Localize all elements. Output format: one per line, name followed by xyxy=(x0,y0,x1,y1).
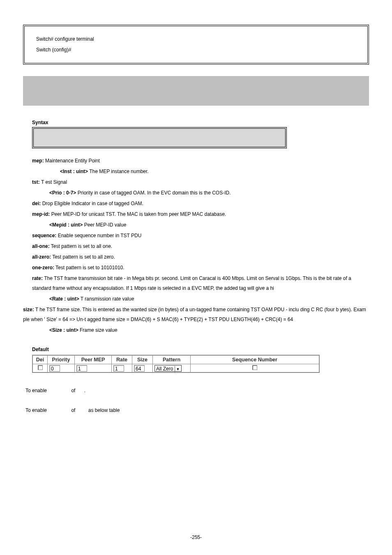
th-pattern: Pattern xyxy=(153,355,191,364)
usage-text: as below table xyxy=(88,407,120,413)
param-desc: Peer MEP-ID for unicast TST. The MAC is … xyxy=(50,211,226,217)
param-label: tst: xyxy=(32,179,41,185)
param-label: <Mepid : uint> xyxy=(49,222,83,228)
param-label: mep: xyxy=(32,158,44,164)
param-label: size: xyxy=(23,307,34,312)
table-row: 0 1 1 64 All Zero▼ xyxy=(33,364,319,372)
syntax-box xyxy=(32,127,287,148)
mode-text: . xyxy=(84,388,85,393)
rate-input: 1 xyxy=(113,365,124,372)
size-input: 64 xyxy=(134,365,145,372)
th-size: Size xyxy=(132,355,153,364)
param-desc: Test pattern is set to all zero. xyxy=(51,254,115,260)
param-desc: Frame size value xyxy=(78,327,118,333)
param-desc: T est Signal xyxy=(41,179,67,185)
param-label: rate: xyxy=(32,275,43,281)
pattern-select: All Zero▼ xyxy=(154,365,182,372)
seq-checkbox xyxy=(252,365,257,370)
usage-text: of xyxy=(71,407,76,413)
param-label: <Size : uint> xyxy=(49,327,78,333)
code-line: Switch# configure terminal xyxy=(36,34,356,44)
dei-checkbox xyxy=(38,365,43,370)
param-desc: Test pattern is set to 10101010. xyxy=(54,265,125,271)
param-label: sequence: xyxy=(32,233,56,238)
section-header-bar xyxy=(23,76,369,106)
param-desc: The TST frame transmission bit rate - in… xyxy=(32,275,351,291)
param-desc: Maintenance Entity Point xyxy=(44,158,100,164)
param-desc: Drop Eligible Indicator in case of tagge… xyxy=(41,201,143,206)
param-desc: T he TST frame size. This is entered as … xyxy=(23,307,366,322)
param-label: <Prio : 0-7> xyxy=(49,190,76,196)
code-line: Switch (config)# xyxy=(36,44,356,55)
priority-input: 0 xyxy=(49,365,60,372)
th-peer-mep: Peer MEP xyxy=(75,355,112,364)
param-desc: T ransmission rate value xyxy=(79,296,134,302)
syntax-heading: Syntax xyxy=(32,120,369,125)
param-label: all-one: xyxy=(32,243,50,249)
mode-text: of xyxy=(71,388,76,393)
param-desc: Enable sequence number in TST PDU xyxy=(56,233,141,238)
pattern-value: All Zero xyxy=(156,366,173,372)
param-desc: Test pattern is set to all one. xyxy=(50,243,113,249)
th-priority: Priority xyxy=(48,355,75,364)
page-number: -255- xyxy=(0,534,392,540)
param-desc: The MEP instance number. xyxy=(88,169,149,174)
parameter-list: mep: Maintenance Entity Point <Inst : ui… xyxy=(23,156,369,335)
param-label: dei: xyxy=(32,201,41,206)
th-dei: Dei xyxy=(33,355,48,364)
peer-mep-input: 1 xyxy=(76,365,87,372)
param-desc: Priority in case of tagged OAM. In the E… xyxy=(76,190,231,196)
code-box: Switch# configure terminal Switch (confi… xyxy=(23,25,369,65)
param-label: <Inst : uint> xyxy=(60,169,88,174)
param-label: <Rate : uint> xyxy=(49,296,79,302)
param-label: all-zero: xyxy=(32,254,51,260)
table-header-row: Dei Priority Peer MEP Rate Size Pattern … xyxy=(33,355,319,364)
usage-text: To enable xyxy=(25,407,48,413)
chevron-down-icon: ▼ xyxy=(175,366,180,372)
param-label: one-zero: xyxy=(32,265,54,271)
mode-text: To enable xyxy=(25,388,48,393)
th-rate: Rate xyxy=(112,355,132,364)
param-label: mep-id: xyxy=(32,211,50,217)
default-table-image: Dei Priority Peer MEP Rate Size Pattern … xyxy=(32,355,320,373)
default-heading: Default xyxy=(32,347,369,352)
th-seq-num: Sequence Number xyxy=(191,355,319,364)
param-desc: Peer MEP-ID value xyxy=(83,222,126,228)
